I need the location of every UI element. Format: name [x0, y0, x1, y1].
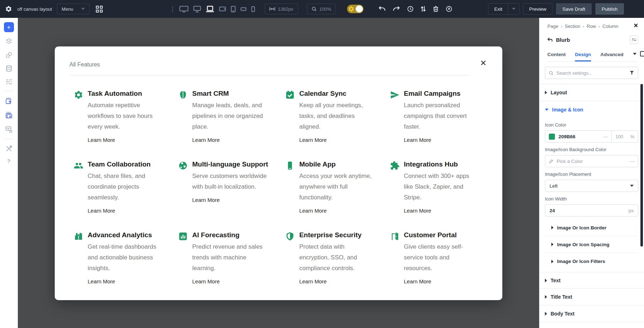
- portability-icon[interactable]: [445, 5, 453, 13]
- icon-color-label: Icon Color: [545, 122, 638, 128]
- filter-funnel-icon[interactable]: [629, 70, 634, 75]
- accordion-text[interactable]: Text: [539, 272, 644, 289]
- responsive-width-input[interactable]: 1382px: [265, 4, 298, 14]
- accordion-title-text[interactable]: Title Text: [539, 289, 644, 305]
- feature-description: Manage leads, deals, and pipelines in on…: [192, 100, 268, 132]
- drag-handle-icon[interactable]: [172, 6, 173, 12]
- preview-button[interactable]: Preview: [523, 4, 552, 14]
- design-presets-icon[interactable]: [5, 51, 13, 59]
- accordion-image-icon[interactable]: Image & Icon: [539, 101, 644, 118]
- device-phone-landscape-icon[interactable]: [240, 6, 247, 12]
- globe-icon: [178, 161, 188, 170]
- learn-more-link[interactable]: Learn More: [299, 137, 327, 143]
- save-draft-button[interactable]: Save Draft: [556, 3, 592, 15]
- feature-title: Advanced Analytics: [88, 231, 161, 239]
- chevron-down-icon[interactable]: [633, 53, 636, 55]
- shield-icon: [285, 232, 295, 241]
- builder-settings-gear-icon[interactable]: [5, 5, 12, 13]
- close-icon[interactable]: ✕: [634, 22, 638, 29]
- zoom-magnifier-icon: [312, 6, 317, 11]
- tab-design[interactable]: Design: [575, 50, 591, 61]
- table-settings-icon[interactable]: [4, 125, 14, 134]
- learn-more-link[interactable]: Learn More: [88, 137, 115, 143]
- panel-resize-icon[interactable]: [630, 35, 638, 44]
- history-icon[interactable]: [406, 5, 415, 13]
- chevron-right-icon: [551, 243, 553, 246]
- opacity-value[interactable]: 100: [615, 134, 628, 139]
- insert-section-icon[interactable]: [4, 110, 14, 120]
- learn-more-link[interactable]: Learn More: [192, 137, 220, 143]
- menu-dropdown[interactable]: Menu: [57, 4, 89, 14]
- feature-card: Calendar Sync Keep all your meetings, ta…: [285, 90, 372, 143]
- back-arrow-icon[interactable]: [547, 38, 552, 42]
- placement-select[interactable]: Left: [545, 180, 638, 192]
- accordion-layout[interactable]: Layout: [539, 84, 644, 101]
- feature-description: Get real-time dashboards and actionable …: [88, 242, 161, 274]
- icon-color-field[interactable]: 209B66 — 100 %: [545, 130, 638, 143]
- list-settings-icon[interactable]: [5, 78, 13, 86]
- breadcrumb-item-section[interactable]: Section: [565, 24, 580, 29]
- reset-dash[interactable]: —: [603, 134, 608, 139]
- exit-button[interactable]: Exit: [488, 4, 508, 14]
- reset-dash[interactable]: —: [630, 159, 634, 164]
- breadcrumb-item-column[interactable]: Column: [602, 24, 619, 29]
- chevron-right-icon: [551, 260, 553, 263]
- tab-content[interactable]: Content: [547, 50, 566, 61]
- learn-more-link[interactable]: Learn More: [404, 137, 431, 143]
- color-hex-value[interactable]: 209B66: [558, 134, 600, 139]
- device-phone-icon[interactable]: [250, 5, 256, 13]
- color-swatch[interactable]: [549, 134, 555, 140]
- device-desktop-icon[interactable]: [192, 5, 202, 13]
- tools-icon[interactable]: [5, 144, 13, 153]
- preview-box-icon[interactable]: [640, 51, 644, 56]
- accordion-body-text[interactable]: Body Text: [539, 305, 644, 322]
- sort-icon[interactable]: [420, 5, 427, 13]
- layers-icon[interactable]: [5, 37, 13, 46]
- zoom-input[interactable]: 100%: [307, 4, 336, 14]
- device-tablet-icon[interactable]: [230, 5, 236, 13]
- trash-icon[interactable]: [432, 5, 440, 13]
- image-icon-settings: Icon Color 209B66 — 100 % Image/Icon Bac…: [539, 122, 644, 272]
- feature-description: Access your work anytime, anywhere with …: [299, 171, 372, 203]
- breadcrumb-item-page[interactable]: Page: [547, 24, 558, 29]
- feature-card: Email Campaigns Launch personalized camp…: [390, 90, 477, 143]
- device-laptop-icon[interactable]: [205, 5, 215, 13]
- undo-icon[interactable]: [377, 5, 387, 13]
- insert-module-icon[interactable]: [4, 96, 14, 105]
- publish-button[interactable]: Publish: [595, 3, 624, 15]
- accordion-image-icon-border[interactable]: Image Or Icon Border: [545, 219, 638, 236]
- accordion-image-icon-spacing[interactable]: Image Or Icon Spacing: [545, 236, 638, 253]
- module-title: Blurb: [556, 37, 570, 43]
- plus-icon[interactable]: +: [4, 22, 14, 32]
- builder-canvas: All Features ✕ Task Automation Automate …: [18, 18, 539, 328]
- builder-mode-toggle[interactable]: [347, 5, 364, 13]
- help-icon[interactable]: ?: [7, 158, 10, 164]
- breadcrumb-item-row[interactable]: Row: [587, 24, 596, 29]
- bg-color-label: Image/Icon Background Color: [545, 147, 638, 152]
- tab-advanced[interactable]: Advanced: [600, 50, 624, 61]
- learn-more-link[interactable]: Learn More: [88, 208, 115, 214]
- database-icon[interactable]: [5, 64, 13, 73]
- learn-more-link[interactable]: Learn More: [299, 278, 327, 284]
- feature-card: Mobile App Access your work anytime, any…: [285, 160, 372, 214]
- bg-color-field[interactable]: Pick a Color —: [545, 155, 638, 167]
- puzzle-icon: [390, 161, 400, 170]
- device-tablet-landscape-icon[interactable]: [218, 6, 227, 12]
- width-arrows-icon: [269, 7, 275, 11]
- learn-more-link[interactable]: Learn More: [299, 208, 327, 214]
- learn-more-link[interactable]: Learn More: [192, 197, 220, 203]
- search-input[interactable]: [556, 70, 626, 76]
- layout-grid-icon[interactable]: [94, 4, 104, 14]
- redo-icon[interactable]: [392, 5, 401, 13]
- learn-more-link[interactable]: Learn More: [88, 278, 115, 284]
- close-icon[interactable]: ✕: [480, 59, 487, 67]
- exit-dropdown-button[interactable]: [508, 4, 519, 14]
- learn-more-link[interactable]: Learn More: [404, 208, 431, 214]
- learn-more-link[interactable]: Learn More: [404, 278, 431, 284]
- icon-width-field[interactable]: 24 px: [545, 204, 638, 217]
- panel-scrollbar[interactable]: [640, 84, 643, 247]
- accordion-image-icon-filters[interactable]: Image Or Icon Filters: [545, 253, 638, 270]
- learn-more-link[interactable]: Learn More: [192, 278, 220, 284]
- mobile-icon: [285, 161, 295, 170]
- device-desktop-wide-icon[interactable]: [179, 5, 189, 13]
